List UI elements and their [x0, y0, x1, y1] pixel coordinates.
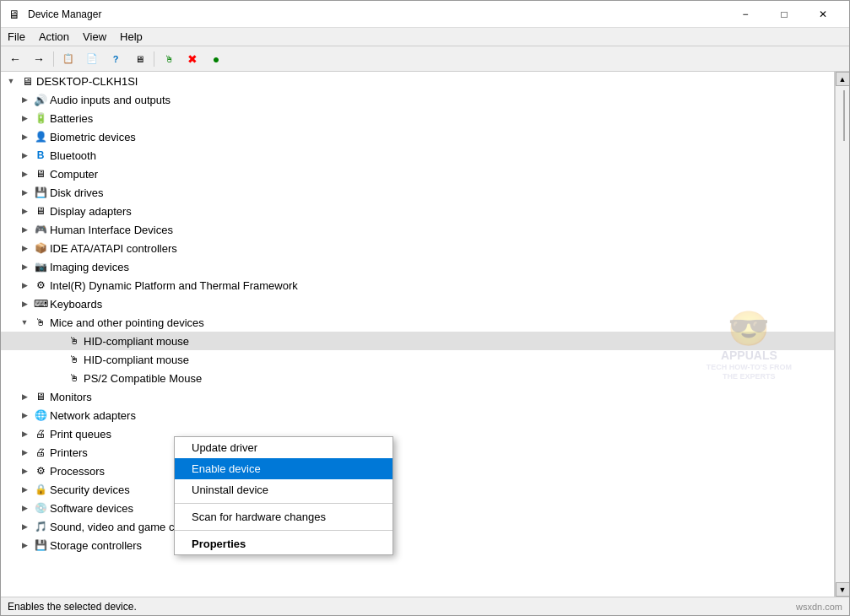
menu-view[interactable]: View [76, 28, 113, 46]
root-expand-icon[interactable]: ▼ [4, 74, 18, 88]
list-item[interactable]: ▶ 🔒 Security devices [1, 480, 834, 499]
list-item[interactable]: ▶ 🖥 Display adapters [1, 202, 834, 220]
item-label: Software devices [50, 502, 133, 515]
item-icon: 🔊 [34, 93, 47, 106]
list-item[interactable]: ▶ ⚙ Processors [1, 462, 834, 480]
root-label: DESKTOP-CLKH1SI [36, 75, 138, 88]
expand-icon[interactable]: ▶ [18, 278, 31, 292]
list-item[interactable]: ▶ 🖨 Print queues [1, 424, 834, 443]
ctx-enable-device[interactable]: Enable device [175, 458, 393, 479]
expand-icon[interactable]: ▼ [18, 316, 31, 329]
ctx-update-driver[interactable]: Update driver [175, 437, 393, 458]
expand-icon[interactable]: ▶ [18, 483, 31, 496]
item-label: Biometric devices [50, 131, 136, 143]
expand-icon[interactable]: ▶ [18, 464, 31, 478]
item-label: Display adapters [50, 205, 132, 218]
expand-icon[interactable]: ▶ [18, 204, 31, 218]
expand-icon[interactable]: ▶ [18, 111, 31, 125]
expand-icon[interactable]: ▶ [18, 520, 31, 533]
scroll-up-button[interactable]: ▲ [836, 72, 850, 86]
list-item[interactable]: ▶ 🎵 Sound, video and game controllers [1, 517, 834, 536]
expand-icon[interactable]: ▶ [18, 501, 31, 515]
title-bar: 🖥 Device Manager − □ ✕ [1, 1, 849, 28]
menu-file[interactable]: File [1, 28, 32, 46]
update-driver-button[interactable]: 📄 [81, 49, 103, 69]
list-item[interactable]: ▶ 🔊 Audio inputs and outputs [1, 90, 834, 109]
item-icon: ⚙ [34, 278, 47, 292]
list-item[interactable]: ▶ 📷 Imaging devices [1, 257, 834, 276]
list-item[interactable]: ▶ ⌨ Keyboards [1, 294, 834, 313]
list-item[interactable]: ▶ 💾 Storage controllers [1, 536, 834, 554]
expand-icon[interactable]: ▶ [18, 223, 31, 236]
scroll-down-button[interactable]: ▼ [836, 582, 850, 597]
list-item[interactable]: ▶ 👤 Biometric devices [1, 127, 834, 146]
list-item[interactable]: ▶ 🌐 Network adapters [1, 406, 834, 424]
scan-button[interactable]: 🖱 [158, 49, 180, 69]
expand-icon[interactable]: ▶ [18, 167, 31, 181]
help-button[interactable]: ? [105, 49, 127, 69]
item-label: HID-compliant mouse [84, 354, 189, 366]
tree-root[interactable]: ▼ 🖥 DESKTOP-CLKH1SI [1, 72, 834, 90]
expand-icon[interactable]: ▶ [18, 390, 31, 403]
expand-icon[interactable]: ▶ [18, 408, 31, 422]
list-item[interactable]: ▶ 🖨 Printers [1, 443, 834, 462]
list-item[interactable]: ▶ 🖱 HID-compliant mouse [1, 332, 834, 350]
expand-icon[interactable]: ▶ [18, 149, 31, 162]
list-item[interactable]: ▶ ⚙ Intel(R) Dynamic Platform and Therma… [1, 276, 834, 294]
ctx-properties[interactable]: Properties [175, 533, 393, 554]
maximize-button[interactable]: □ [765, 1, 804, 28]
item-label: Intel(R) Dynamic Platform and Thermal Fr… [50, 279, 298, 292]
menu-action[interactable]: Action [32, 28, 76, 46]
item-icon: 🌐 [34, 408, 47, 422]
list-item[interactable]: ▶ 🖱 HID-compliant mouse [1, 350, 834, 369]
expand-icon[interactable]: ▶ [18, 446, 31, 459]
list-item[interactable]: ▶ 💿 Software devices [1, 499, 834, 517]
item-icon: 🎮 [34, 223, 47, 236]
list-item[interactable]: ▼ 🖱 Mice and other pointing devices [1, 313, 834, 332]
close-button[interactable]: ✕ [804, 1, 842, 28]
ctx-scan-hardware[interactable]: Scan for hardware changes [175, 506, 393, 527]
list-item[interactable]: ▶ 🖱 PS/2 Compatible Mouse [1, 369, 834, 387]
expand-icon[interactable]: ▶ [18, 427, 31, 440]
ctx-uninstall-device[interactable]: Uninstall device [175, 479, 393, 500]
list-item[interactable]: ▶ B Bluetooth [1, 146, 834, 165]
expand-icon[interactable]: ▶ [18, 93, 31, 106]
app-icon: 🖥 [8, 8, 21, 21]
expand-icon[interactable]: ▶ [18, 186, 31, 199]
expand-icon[interactable]: ▶ [18, 538, 31, 552]
list-item[interactable]: ▶ 📦 IDE ATA/ATAPI controllers [1, 239, 834, 257]
minimize-button[interactable]: − [726, 1, 765, 28]
list-item[interactable]: ▶ 🖥 Computer [1, 165, 834, 183]
item-label: Monitors [50, 391, 92, 403]
item-icon: 👤 [34, 130, 47, 143]
expand-icon[interactable]: ▶ [18, 260, 31, 273]
item-label: Bluetooth [50, 149, 96, 162]
list-item[interactable]: ▶ 💾 Disk drives [1, 183, 834, 202]
item-label: IDE ATA/ATAPI controllers [50, 242, 177, 255]
device-view-button[interactable]: 🖥 [128, 49, 150, 69]
add-button[interactable]: ● [205, 49, 227, 69]
list-item[interactable]: ▶ 🖥 Monitors [1, 387, 834, 406]
item-label: Human Interface Devices [50, 224, 173, 236]
item-label: Keyboards [50, 298, 102, 311]
item-icon: 🖱 [68, 353, 81, 366]
device-tree[interactable]: ▼ 🖥 DESKTOP-CLKH1SI ▶ 🔊 Audio inputs and… [1, 72, 835, 597]
back-button[interactable]: ← [4, 49, 26, 69]
scroll-thumb[interactable] [843, 90, 845, 141]
expand-icon[interactable]: ▶ [18, 241, 31, 255]
item-label: Computer [50, 168, 98, 181]
list-item[interactable]: ▶ 🔋 Batteries [1, 109, 834, 127]
properties-button[interactable]: 📋 [57, 49, 79, 69]
forward-button[interactable]: → [28, 49, 50, 69]
expand-icon[interactable]: ▶ [18, 297, 31, 311]
menu-help[interactable]: Help [113, 28, 149, 46]
device-manager-window: 🖥 Device Manager − □ ✕ File Action View … [0, 0, 850, 616]
expand-icon[interactable]: ▶ [18, 130, 31, 143]
list-item[interactable]: ▶ 🎮 Human Interface Devices [1, 220, 834, 239]
item-label: Security devices [50, 484, 130, 496]
remove-button[interactable]: ✖ [181, 49, 203, 69]
item-label: HID-compliant mouse [84, 335, 189, 348]
scrollbar[interactable]: ▲ ▼ [835, 72, 849, 597]
item-icon: 💾 [34, 538, 47, 552]
item-icon: 🖥 [34, 390, 47, 403]
